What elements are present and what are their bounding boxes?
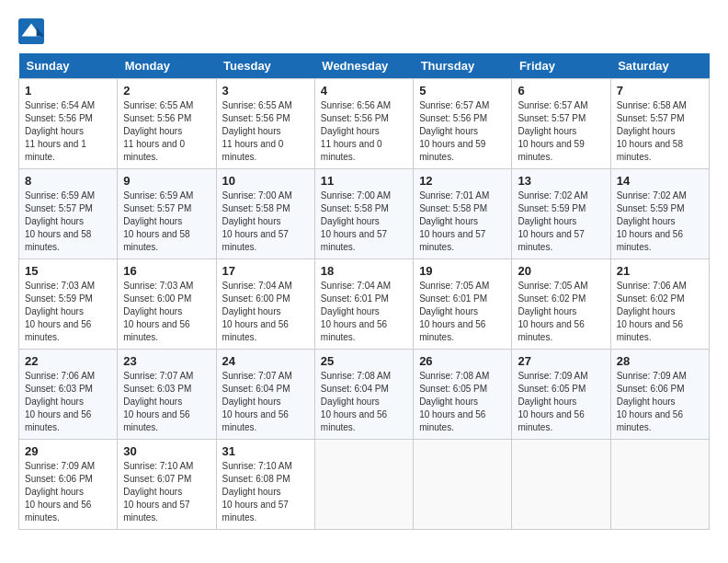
sunset-label: Sunset: 5:59 PM <box>518 203 586 213</box>
sunrise-label: Sunrise: 7:04 AM <box>222 281 292 291</box>
sunset-label: Sunset: 6:03 PM <box>25 384 93 394</box>
calendar-cell <box>314 440 413 530</box>
day-info: Sunrise: 7:01 AM Sunset: 5:58 PM Dayligh… <box>419 190 506 254</box>
daylight-value: 10 hours and 56 minutes. <box>518 409 584 432</box>
daylight-value: 10 hours and 57 minutes. <box>321 229 387 252</box>
daylight-label: Daylight hours <box>25 126 84 136</box>
sunrise-label: Sunrise: 6:55 AM <box>222 100 292 110</box>
sunrise-label: Sunrise: 7:09 AM <box>25 461 95 471</box>
day-info: Sunrise: 7:03 AM Sunset: 6:00 PM Dayligh… <box>123 280 210 344</box>
day-info: Sunrise: 6:57 AM Sunset: 5:56 PM Dayligh… <box>419 99 506 164</box>
daylight-value: 11 hours and 0 minutes. <box>321 139 382 162</box>
daylight-value: 10 hours and 57 minutes. <box>123 500 189 523</box>
daylight-label: Daylight hours <box>25 306 84 316</box>
calendar-cell: 21 Sunrise: 7:06 AM Sunset: 6:02 PM Dayl… <box>610 259 709 350</box>
calendar-cell: 8 Sunrise: 6:59 AM Sunset: 5:57 PM Dayli… <box>19 169 118 259</box>
daylight-value: 10 hours and 58 minutes. <box>25 229 91 252</box>
sunset-label: Sunset: 5:58 PM <box>419 203 487 213</box>
sunset-label: Sunset: 6:04 PM <box>222 384 290 394</box>
weekday-header: Tuesday <box>216 53 314 79</box>
day-info: Sunrise: 7:00 AM Sunset: 5:58 PM Dayligh… <box>321 190 407 254</box>
sunrise-label: Sunrise: 7:05 AM <box>419 281 489 291</box>
daylight-value: 10 hours and 56 minutes. <box>25 319 91 342</box>
daylight-label: Daylight hours <box>617 216 676 226</box>
sunrise-label: Sunrise: 7:06 AM <box>617 281 687 291</box>
calendar-cell: 30 Sunrise: 7:10 AM Sunset: 6:07 PM Dayl… <box>118 440 216 530</box>
sunset-label: Sunset: 5:56 PM <box>321 113 389 123</box>
daylight-label: Daylight hours <box>25 216 84 226</box>
sunset-label: Sunset: 5:57 PM <box>617 113 685 123</box>
weekday-header: Saturday <box>610 53 709 79</box>
calendar-cell: 18 Sunrise: 7:04 AM Sunset: 6:01 PM Dayl… <box>314 259 413 350</box>
calendar-cell: 9 Sunrise: 6:59 AM Sunset: 5:57 PM Dayli… <box>118 169 216 259</box>
weekday-header: Wednesday <box>314 53 413 79</box>
calendar-cell: 20 Sunrise: 7:05 AM Sunset: 6:02 PM Dayl… <box>512 259 610 350</box>
daylight-value: 10 hours and 56 minutes. <box>321 319 387 342</box>
calendar-cell: 15 Sunrise: 7:03 AM Sunset: 5:59 PM Dayl… <box>19 259 118 350</box>
daylight-value: 10 hours and 57 minutes. <box>222 500 289 523</box>
daylight-label: Daylight hours <box>123 396 182 407</box>
sunset-label: Sunset: 5:59 PM <box>617 203 685 213</box>
daylight-label: Daylight hours <box>419 306 478 316</box>
day-info: Sunrise: 7:09 AM Sunset: 6:06 PM Dayligh… <box>25 460 111 524</box>
sunrise-label: Sunrise: 6:57 AM <box>518 100 587 110</box>
daylight-value: 10 hours and 57 minutes. <box>518 229 584 252</box>
sunset-label: Sunset: 5:56 PM <box>25 113 93 123</box>
sunrise-label: Sunrise: 6:57 AM <box>419 100 489 110</box>
sunset-label: Sunset: 5:58 PM <box>222 203 290 213</box>
calendar-cell: 23 Sunrise: 7:07 AM Sunset: 6:03 PM Dayl… <box>118 350 216 440</box>
day-number: 13 <box>518 174 604 188</box>
weekday-header: Friday <box>512 53 610 79</box>
daylight-label: Daylight hours <box>222 487 281 497</box>
sunrise-label: Sunrise: 7:08 AM <box>321 371 391 381</box>
day-info: Sunrise: 6:58 AM Sunset: 5:57 PM Dayligh… <box>617 99 703 164</box>
calendar-week-row: 29 Sunrise: 7:09 AM Sunset: 6:06 PM Dayl… <box>19 440 710 530</box>
daylight-value: 10 hours and 57 minutes. <box>419 229 485 252</box>
daylight-label: Daylight hours <box>222 126 281 136</box>
page-header <box>18 18 710 44</box>
calendar-cell <box>414 440 512 530</box>
day-info: Sunrise: 7:07 AM Sunset: 6:03 PM Dayligh… <box>123 370 210 434</box>
daylight-value: 10 hours and 56 minutes. <box>25 409 91 432</box>
calendar-week-row: 15 Sunrise: 7:03 AM Sunset: 5:59 PM Dayl… <box>19 259 710 350</box>
sunrise-label: Sunrise: 6:59 AM <box>25 190 95 201</box>
day-number: 29 <box>25 444 111 458</box>
day-info: Sunrise: 6:59 AM Sunset: 5:57 PM Dayligh… <box>123 190 210 254</box>
calendar-week-row: 22 Sunrise: 7:06 AM Sunset: 6:03 PM Dayl… <box>19 350 710 440</box>
sunrise-label: Sunrise: 7:01 AM <box>419 190 489 201</box>
sunrise-label: Sunrise: 6:56 AM <box>321 100 391 110</box>
sunrise-label: Sunrise: 7:09 AM <box>617 371 687 381</box>
day-info: Sunrise: 7:08 AM Sunset: 6:05 PM Dayligh… <box>419 370 506 434</box>
calendar-cell: 26 Sunrise: 7:08 AM Sunset: 6:05 PM Dayl… <box>414 350 512 440</box>
daylight-value: 10 hours and 56 minutes. <box>222 319 289 342</box>
sunrise-label: Sunrise: 7:02 AM <box>617 190 687 201</box>
logo-icon <box>18 18 44 44</box>
sunset-label: Sunset: 5:59 PM <box>25 293 93 304</box>
weekday-header: Thursday <box>414 53 512 79</box>
daylight-label: Daylight hours <box>518 396 576 407</box>
day-number: 2 <box>123 84 210 98</box>
calendar-cell: 17 Sunrise: 7:04 AM Sunset: 6:00 PM Dayl… <box>216 259 314 350</box>
sunset-label: Sunset: 5:57 PM <box>518 113 586 123</box>
daylight-label: Daylight hours <box>617 126 676 136</box>
daylight-value: 10 hours and 56 minutes. <box>518 319 584 342</box>
daylight-label: Daylight hours <box>25 396 84 407</box>
daylight-label: Daylight hours <box>321 216 380 226</box>
daylight-label: Daylight hours <box>617 396 676 407</box>
sunrise-label: Sunrise: 7:07 AM <box>222 371 292 381</box>
sunrise-label: Sunrise: 7:03 AM <box>123 281 193 291</box>
daylight-label: Daylight hours <box>419 396 478 407</box>
daylight-value: 10 hours and 58 minutes. <box>617 139 683 162</box>
day-info: Sunrise: 7:06 AM Sunset: 6:03 PM Dayligh… <box>25 370 111 434</box>
sunset-label: Sunset: 5:56 PM <box>123 113 191 123</box>
day-number: 24 <box>222 354 309 368</box>
sunrise-label: Sunrise: 7:09 AM <box>518 371 587 381</box>
sunset-label: Sunset: 6:03 PM <box>123 384 191 394</box>
sunset-label: Sunset: 6:05 PM <box>419 384 487 394</box>
day-number: 22 <box>25 354 111 368</box>
sunrise-label: Sunrise: 7:03 AM <box>25 281 95 291</box>
sunrise-label: Sunrise: 7:05 AM <box>518 281 587 291</box>
daylight-label: Daylight hours <box>123 216 182 226</box>
sunset-label: Sunset: 5:58 PM <box>321 203 389 213</box>
sunrise-label: Sunrise: 6:54 AM <box>25 100 95 110</box>
